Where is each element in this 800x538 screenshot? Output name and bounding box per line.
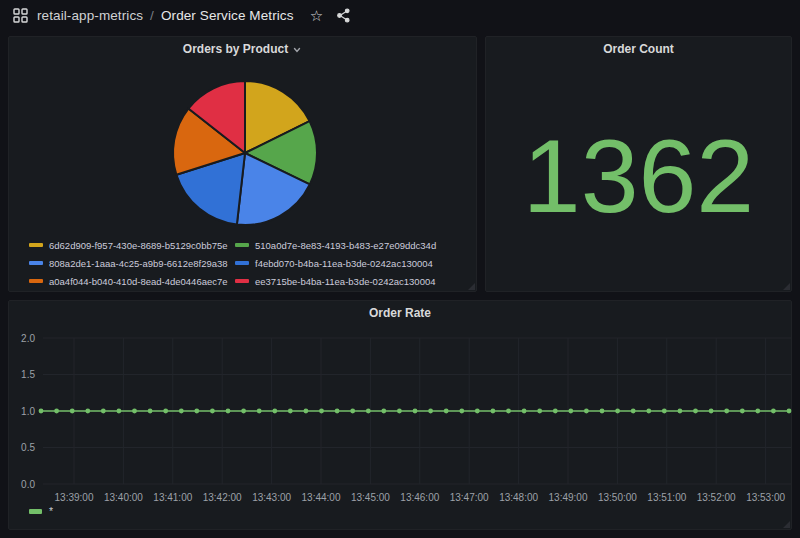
series-color-swatch [29, 243, 43, 247]
series-point [724, 409, 729, 414]
chevron-down-icon [292, 45, 302, 55]
series-label: ee3715be-b4ba-11ea-b3de-0242ac130004 [255, 276, 436, 287]
series-color-swatch [235, 261, 249, 265]
y-axis-tick-label: 0.0 [21, 479, 35, 490]
series-point [662, 409, 667, 414]
x-axis-tick-label: 13:42:00 [203, 492, 242, 503]
series-label: 510a0d7e-8e83-4193-b483-e27e09ddc34d [255, 240, 436, 251]
series-point [241, 409, 246, 414]
x-axis-tick-label: 13:47:00 [450, 492, 489, 503]
series-point [39, 409, 44, 414]
legend-item[interactable]: 510a0d7e-8e83-4193-b483-e27e09ddc34d [235, 236, 470, 254]
series-point [459, 409, 464, 414]
series-point [226, 409, 231, 414]
panel-title: Orders by Product [183, 42, 288, 56]
panel-title-menu-order-count[interactable]: Order Count [486, 37, 791, 61]
breadcrumb-dashboard-name[interactable]: retail-app-metrics [37, 8, 143, 23]
series-point [350, 409, 355, 414]
x-axis-tick-label: 13:44:00 [302, 492, 341, 503]
series-label: f4ebd070-b4ba-11ea-b3de-0242ac130004 [255, 258, 433, 269]
series-point [444, 409, 449, 414]
series-point [210, 409, 215, 414]
series-label: 6d62d909-f957-430e-8689-b5129c0bb75e [49, 240, 228, 251]
order-count-value: 1362 [523, 124, 754, 228]
stat-body: 1362 [486, 61, 791, 291]
series-point [288, 409, 293, 414]
series-point [475, 409, 480, 414]
series-point [148, 409, 153, 414]
series-point [568, 409, 573, 414]
series-point [163, 409, 168, 414]
x-axis-tick-label: 13:45:00 [351, 492, 390, 503]
series-color-swatch [29, 509, 42, 514]
series-point [693, 409, 698, 414]
series-legend-item[interactable]: * [29, 505, 53, 517]
dashboards-grid-icon[interactable] [10, 5, 30, 25]
series-point [755, 409, 760, 414]
series-point [537, 409, 542, 414]
series-point [646, 409, 651, 414]
series-point [678, 409, 683, 414]
share-icon[interactable] [334, 5, 354, 25]
panel-resize-handle[interactable] [783, 521, 790, 528]
series-point [272, 409, 277, 414]
series-point [117, 409, 122, 414]
star-icon[interactable]: ☆ [307, 5, 327, 25]
legend-item[interactable]: f4ebd070-b4ba-11ea-b3de-0242ac130004 [235, 254, 470, 272]
series-point [506, 409, 511, 414]
panel-title: Order Rate [369, 306, 431, 320]
series-point [413, 409, 418, 414]
series-point [787, 409, 792, 414]
x-axis-tick-label: 13:53:00 [746, 492, 785, 503]
series-point [335, 409, 340, 414]
series-point [584, 409, 589, 414]
legend-item[interactable]: 808a2de1-1aaa-4c25-a9b9-6612e8f29a38 [29, 254, 235, 272]
panel-order-rate: 2.01.51.00.50.013:39:0013:40:0013:41:001… [8, 300, 792, 530]
panel-title-menu-order-rate[interactable]: Order Rate [9, 301, 791, 325]
series-label: 808a2de1-1aaa-4c25-a9b9-6612e8f29a38 [49, 258, 228, 269]
breadcrumb-page-title: Order Service Metrics [161, 8, 294, 23]
legend-item[interactable]: a0a4f044-b040-410d-8ead-4de0446aec7e [29, 272, 235, 290]
x-axis-tick-label: 13:52:00 [697, 492, 736, 503]
series-point [709, 409, 714, 414]
panel-title-menu-orders-by-product[interactable]: Orders by Product [9, 37, 476, 61]
series-point [615, 409, 620, 414]
y-axis-tick-label: 0.5 [21, 442, 35, 453]
series-point [101, 409, 106, 414]
x-axis-tick-label: 13:48:00 [499, 492, 538, 503]
panel-title: Order Count [603, 42, 674, 56]
series-point [257, 409, 262, 414]
series-color-swatch [235, 279, 249, 283]
series-point [132, 409, 137, 414]
x-axis-tick-label: 13:41:00 [153, 492, 192, 503]
order-rate-graph: 2.01.51.00.50.013:39:0013:40:0013:41:001… [9, 301, 793, 531]
series-point [319, 409, 324, 414]
x-axis-tick-label: 13:49:00 [549, 492, 588, 503]
panel-orders-by-product: Orders by Product 6d62d909-f957-430e-868… [8, 36, 477, 292]
series-point [304, 409, 309, 414]
series-point [740, 409, 745, 414]
legend-item[interactable]: 6d62d909-f957-430e-8689-b5129c0bb75e [29, 236, 235, 254]
y-axis-tick-label: 1.5 [21, 369, 35, 380]
series-point [600, 409, 605, 414]
series-color-swatch [29, 279, 43, 283]
x-axis-tick-label: 13:51:00 [647, 492, 686, 503]
series-point [179, 409, 184, 414]
pie-legend: 6d62d909-f957-430e-8689-b5129c0bb75e510a… [29, 236, 470, 290]
top-nav-bar: retail-app-metrics / Order Service Metri… [0, 0, 800, 30]
series-point [428, 409, 433, 414]
series-point [70, 409, 75, 414]
breadcrumb-separator: / [150, 8, 154, 23]
series-point [194, 409, 199, 414]
x-axis-tick-label: 13:46:00 [400, 492, 439, 503]
pie-chart [160, 68, 330, 238]
series-label: a0a4f044-b040-410d-8ead-4de0446aec7e [49, 276, 228, 287]
legend-item[interactable]: ee3715be-b4ba-11ea-b3de-0242ac130004 [235, 272, 470, 290]
series-color-swatch [235, 243, 249, 247]
panel-resize-handle[interactable] [468, 283, 475, 290]
x-axis-tick-label: 13:43:00 [252, 492, 291, 503]
series-point [381, 409, 386, 414]
y-axis-tick-label: 1.0 [21, 406, 35, 417]
panel-resize-handle[interactable] [783, 283, 790, 290]
x-axis-tick-label: 13:50:00 [598, 492, 637, 503]
